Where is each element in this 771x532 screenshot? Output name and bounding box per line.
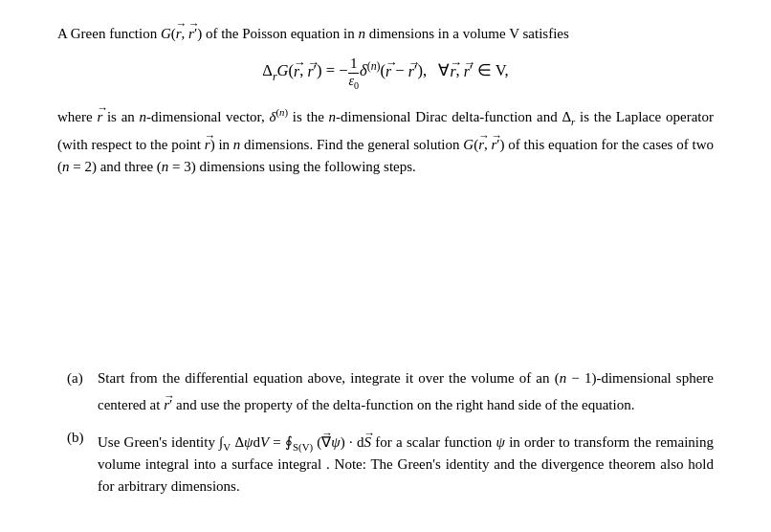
- part-a: (a) Start from the differential equation…: [67, 367, 714, 417]
- blank-space: [57, 184, 714, 356]
- part-b-text: Use Green's identity ∫V ΔψdV = ∮S(V) (→∇…: [98, 427, 714, 499]
- main-content: A Green function G(→r, →r′) of the Poiss…: [57, 17, 714, 498]
- parts-list: (a) Start from the differential equation…: [57, 367, 714, 498]
- part-b: (b) Use Green's identity ∫V ΔψdV = ∮S(V)…: [67, 427, 714, 499]
- main-equation: ΔrG(→r, →r′) = −1ε0δ(n)(→r − →r′), ∀→r, …: [57, 55, 714, 90]
- where-paragraph: where →r is an n-dimensional vector, δ(n…: [57, 101, 714, 178]
- intro-text: A Green function G(→r, →r′) of the Poiss…: [57, 17, 714, 45]
- part-a-text: Start from the differential equation abo…: [98, 367, 714, 417]
- part-b-label: (b): [67, 427, 98, 449]
- part-a-label: (a): [67, 367, 98, 389]
